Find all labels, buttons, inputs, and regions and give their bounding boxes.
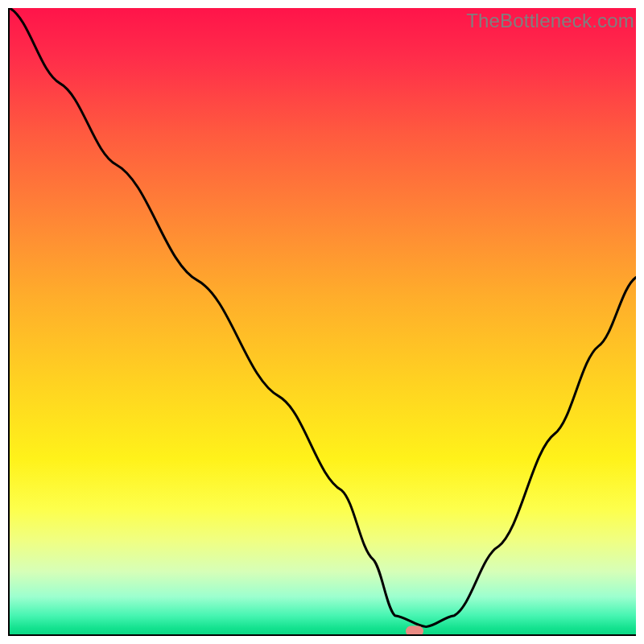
bottleneck-curve-path [10, 8, 636, 627]
watermark-text: TheBottleneck.com [466, 10, 634, 32]
optimal-marker [406, 625, 423, 636]
chart-plot-area [8, 8, 636, 636]
chart-line-svg [10, 8, 636, 634]
chart-container: TheBottleneck.com [0, 0, 644, 644]
